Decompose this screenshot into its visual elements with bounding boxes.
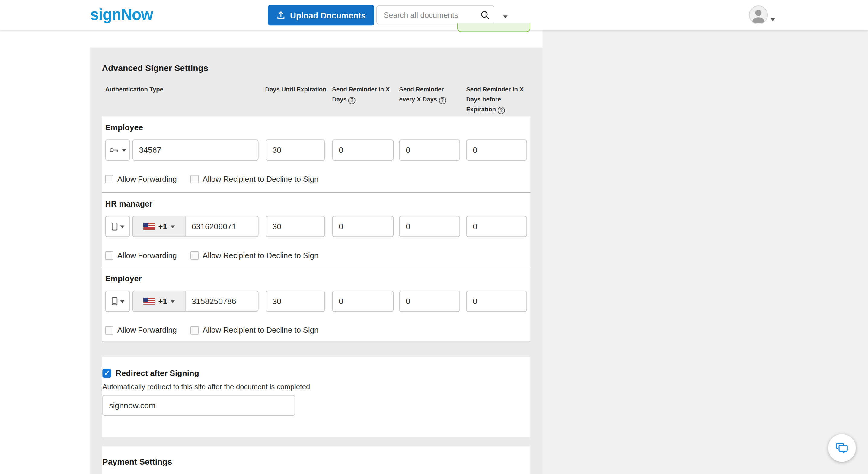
section-title: Advanced Signer Settings (102, 63, 208, 73)
advanced-signer-settings-panel: Advanced Signer Settings Authentication … (90, 48, 542, 474)
phone-icon (111, 297, 118, 305)
us-flag-icon (143, 298, 155, 305)
signer-name: HR manager (105, 199, 152, 208)
signer-name: Employer (105, 274, 142, 283)
redirect-after-signing-checkbox[interactable]: ✓ (102, 369, 111, 378)
signer-card-employee: Employee Allow Forwarding Allow Recipien… (102, 116, 530, 192)
chat-support-button[interactable] (828, 434, 856, 462)
chevron-down-icon (771, 19, 775, 21)
reminder-in-days-input[interactable] (332, 216, 394, 237)
reminder-before-expiration-input[interactable] (466, 291, 527, 312)
chevron-down-icon (120, 225, 124, 228)
signer-card-hr-manager: HR manager +1 Allow F (102, 192, 530, 267)
country-code-select[interactable]: +1 (133, 291, 186, 311)
phone-number-input[interactable] (186, 291, 258, 311)
search-icon[interactable] (479, 10, 490, 21)
allow-forwarding-label[interactable]: Allow Forwarding (117, 175, 177, 183)
page: signNow Upload Documents Advanced Sig (0, 0, 868, 474)
reminder-before-expiration-input[interactable] (466, 216, 527, 237)
reminder-in-days-input[interactable] (332, 291, 394, 312)
decline-to-sign-label[interactable]: Allow Recipient to Decline to Sign (203, 251, 318, 260)
auth-type-select[interactable] (105, 216, 130, 237)
upload-icon (276, 10, 285, 20)
column-header-reminder-in: Send Reminder in X Days? (332, 84, 391, 104)
partial-green-button[interactable] (457, 23, 530, 32)
avatar-menu-caret[interactable] (771, 13, 775, 23)
chevron-down-icon (170, 225, 175, 228)
upload-documents-button[interactable]: Upload Documents (268, 5, 374, 26)
chevron-down-icon (170, 300, 175, 302)
user-avatar[interactable] (749, 5, 768, 24)
redirect-url-input[interactable] (102, 395, 295, 416)
chevron-down-icon (120, 300, 124, 302)
column-header-reminder-every: Send Reminder every X Days? (399, 84, 460, 104)
upload-button-label: Upload Documents (290, 10, 366, 20)
auth-type-select[interactable] (105, 140, 130, 160)
allow-forwarding-group: Allow Forwarding (105, 174, 177, 184)
decline-to-sign-label[interactable]: Allow Recipient to Decline to Sign (203, 325, 318, 334)
signnow-logo[interactable]: signNow (90, 6, 153, 24)
allow-forwarding-checkbox[interactable] (105, 175, 114, 183)
country-code-label: +1 (158, 222, 167, 231)
column-header-auth-type: Authentication Type (105, 84, 260, 94)
help-icon[interactable]: ? (348, 97, 355, 104)
redirect-after-signing-label[interactable]: Redirect after Signing (116, 369, 199, 378)
search-input[interactable] (377, 6, 481, 24)
us-flag-icon (143, 223, 155, 230)
allow-forwarding-group: Allow Forwarding (105, 325, 177, 335)
document-search[interactable] (376, 5, 494, 24)
search-options-caret[interactable] (501, 10, 510, 19)
allow-forwarding-checkbox[interactable] (105, 326, 114, 334)
help-icon[interactable]: ? (439, 97, 446, 104)
auth-type-select[interactable] (105, 291, 130, 312)
decline-to-sign-checkbox[interactable] (190, 251, 199, 260)
signer-name: Employee (105, 123, 143, 131)
reminder-in-days-input[interactable] (332, 140, 394, 160)
decline-to-sign-group: Allow Recipient to Decline to Sign (190, 325, 318, 335)
expiration-days-input[interactable] (266, 216, 325, 237)
reminder-every-days-input[interactable] (399, 140, 460, 160)
phone-number-group: +1 (132, 291, 258, 312)
allow-forwarding-group: Allow Forwarding (105, 250, 177, 260)
payment-settings-card: Payment Settings (102, 446, 530, 474)
column-header-expiration: Days Until Expiration (265, 84, 337, 94)
allow-forwarding-label[interactable]: Allow Forwarding (117, 325, 177, 334)
column-header-reminder-before: Send Reminder in X Days before Expiratio… (466, 84, 525, 114)
country-code-select[interactable]: +1 (133, 216, 186, 236)
decline-to-sign-group: Allow Recipient to Decline to Sign (190, 174, 318, 184)
decline-to-sign-checkbox[interactable] (190, 326, 199, 334)
phone-number-group: +1 (132, 216, 258, 237)
chevron-down-icon (503, 16, 508, 18)
redirect-after-signing-card: ✓ Redirect after Signing Automatically r… (102, 357, 530, 438)
country-code-label: +1 (158, 297, 167, 305)
auth-code-input[interactable] (132, 140, 258, 160)
chat-bubbles-icon (835, 441, 849, 455)
decline-to-sign-checkbox[interactable] (190, 175, 199, 183)
help-icon[interactable]: ? (498, 107, 505, 114)
person-icon (749, 16, 767, 25)
reminder-every-days-input[interactable] (399, 216, 460, 237)
decline-to-sign-group: Allow Recipient to Decline to Sign (190, 250, 318, 260)
expiration-days-input[interactable] (266, 140, 325, 160)
page-backdrop (542, 30, 868, 474)
allow-forwarding-checkbox[interactable] (105, 251, 114, 260)
top-bar: signNow Upload Documents (0, 0, 868, 30)
allow-forwarding-label[interactable]: Allow Forwarding (117, 251, 177, 260)
reminder-every-days-input[interactable] (399, 291, 460, 312)
decline-to-sign-label[interactable]: Allow Recipient to Decline to Sign (203, 175, 318, 183)
phone-number-input[interactable] (186, 216, 258, 236)
chevron-down-icon (122, 149, 126, 151)
reminder-before-expiration-input[interactable] (466, 140, 527, 160)
expiration-days-input[interactable] (266, 291, 325, 312)
signer-card-employer: Employer +1 Allow For (102, 267, 530, 343)
payment-settings-title: Payment Settings (102, 457, 172, 466)
key-icon (109, 146, 120, 154)
redirect-description: Automatically redirect to this site afte… (102, 383, 310, 391)
phone-icon (111, 222, 118, 231)
